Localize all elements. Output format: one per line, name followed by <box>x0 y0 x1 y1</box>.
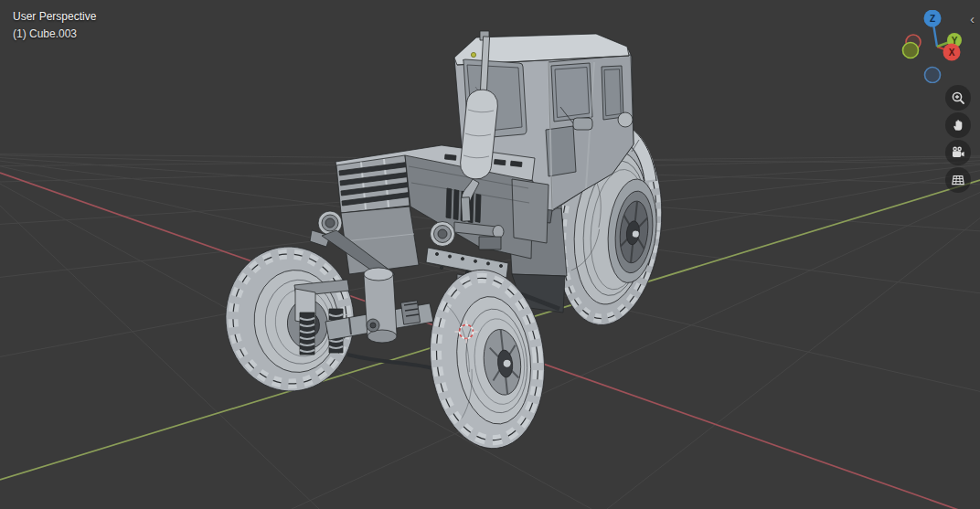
pan-hand-icon <box>951 118 965 133</box>
gizmo-axis-negative-z[interactable] <box>925 68 941 83</box>
sidebar-collapse-chevron[interactable]: ‹ <box>970 12 975 26</box>
toggle-perspective-button[interactable] <box>945 167 971 193</box>
viewport-side-toolbar <box>945 85 971 195</box>
blender-3d-viewport[interactable]: User Perspective (1) Cube.003 Y X Z <box>0 0 980 509</box>
gizmo-x-label: X <box>949 48 955 58</box>
gizmo-axis-negative-y[interactable] <box>903 43 919 58</box>
zoom-button[interactable] <box>945 85 971 111</box>
gizmo-z-label: Z <box>930 14 935 24</box>
gizmo-axis-x[interactable]: X <box>943 44 961 61</box>
roof-beacon <box>471 52 475 57</box>
gizmo-axis-z[interactable]: Z <box>924 10 942 27</box>
camera-view-icon <box>951 145 965 160</box>
fender-lamp <box>618 112 633 127</box>
pan-button[interactable] <box>945 112 971 138</box>
perspective-grid-icon <box>951 173 965 187</box>
navigation-gizmo[interactable]: Y X Z <box>900 10 974 83</box>
zoom-in-magnifier-icon <box>951 90 965 105</box>
camera-view-button[interactable] <box>945 140 971 165</box>
viewport-scene[interactable] <box>0 0 980 509</box>
